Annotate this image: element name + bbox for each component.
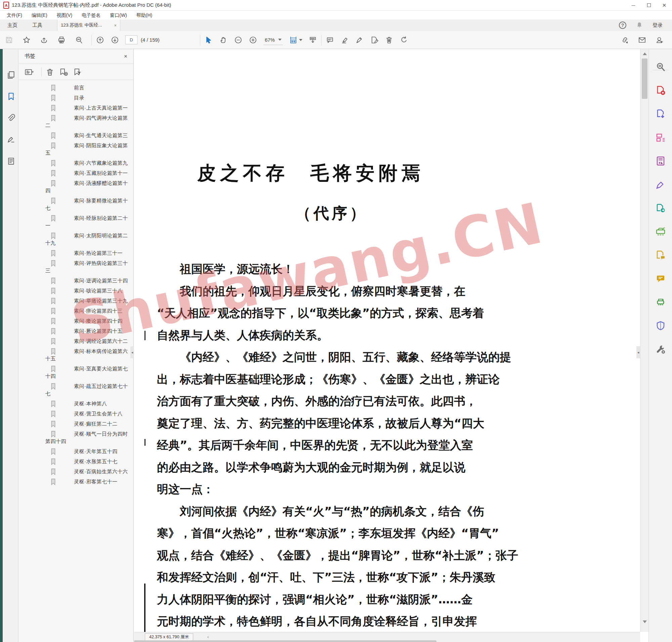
goto-bookmark-icon[interactable] bbox=[73, 67, 83, 77]
zoom-in-icon[interactable] bbox=[249, 36, 257, 44]
print-icon[interactable] bbox=[57, 36, 66, 44]
new-bookmark-icon[interactable] bbox=[59, 67, 68, 77]
more-tools-icon[interactable] bbox=[655, 344, 666, 356]
rotate-icon[interactable] bbox=[400, 36, 408, 44]
bookmark-item[interactable]: 灵枢·百病始生第六十六 bbox=[18, 466, 133, 477]
bookmark-item[interactable]: 灵枢·营卫生会第十八 bbox=[18, 409, 133, 419]
scroll-left-icon[interactable]: ‹ bbox=[207, 634, 209, 639]
scroll-down-icon[interactable] bbox=[643, 620, 647, 623]
hand-tool-icon[interactable] bbox=[219, 36, 228, 44]
bookmark-item[interactable]: 目录 bbox=[18, 93, 133, 103]
scan-ocr-icon[interactable] bbox=[655, 227, 666, 238]
bookmark-item[interactable]: 素问·痹论篇第四十三 bbox=[18, 306, 133, 316]
share-upload-icon[interactable] bbox=[40, 36, 48, 44]
collapse-bookmarks-handle[interactable]: ◂ bbox=[130, 346, 134, 358]
menu-item[interactable]: 视图(V) bbox=[52, 12, 77, 18]
bookmark-item[interactable]: 素问·热论篇第三十一 bbox=[18, 248, 133, 258]
fill-sign-icon[interactable] bbox=[370, 36, 379, 44]
comment-tool-icon[interactable] bbox=[655, 274, 666, 285]
bookmark-item[interactable]: 前言 bbox=[18, 83, 133, 93]
bookmark-item[interactable]: 素问·咳论篇第三十八 bbox=[18, 286, 133, 296]
organize-pages-icon[interactable] bbox=[655, 132, 666, 144]
bookmark-item[interactable]: 素问·评热病论篇第三十三 bbox=[18, 258, 133, 275]
bookmark-item[interactable]: 灵枢·水胀第五十七 bbox=[18, 457, 133, 466]
request-signatures-icon[interactable] bbox=[655, 250, 666, 261]
tab-document[interactable]: 123.苏德生 中医经... × bbox=[57, 20, 120, 31]
close-button[interactable]: ✕ bbox=[657, 0, 672, 11]
export-pdf-icon[interactable] bbox=[655, 109, 666, 120]
minimize-button[interactable]: ─ bbox=[625, 0, 641, 11]
bookmark-item[interactable]: 素问·调经论篇第六十二 bbox=[18, 336, 133, 346]
menu-item[interactable]: 窗口(W) bbox=[105, 12, 132, 18]
bookmark-item[interactable]: 素问·痿论篇第四十四 bbox=[18, 316, 133, 326]
menu-item[interactable]: 帮助(H) bbox=[132, 12, 157, 18]
tab-close-icon[interactable]: × bbox=[114, 23, 117, 28]
attachments-icon[interactable] bbox=[6, 113, 16, 123]
share-link-icon[interactable] bbox=[620, 36, 629, 44]
page-number-input[interactable] bbox=[125, 35, 138, 44]
bookmark-item[interactable]: 素问·至真要大论篇第七十四 bbox=[18, 364, 133, 381]
menu-item[interactable]: 编辑(E) bbox=[27, 12, 52, 18]
vertical-scrollbar[interactable] bbox=[640, 49, 648, 632]
bookmark-item[interactable]: 素问·疏五过论篇第七十七 bbox=[18, 381, 133, 399]
delete-bookmark-icon[interactable] bbox=[45, 67, 54, 77]
bookmark-item[interactable]: 素问·五藏别论篇第十一 bbox=[18, 168, 133, 178]
protect-icon[interactable] bbox=[655, 321, 666, 332]
add-person-icon[interactable] bbox=[655, 36, 664, 44]
bookmark-item[interactable]: 素问·六节藏象论篇第九 bbox=[18, 158, 133, 168]
bookmark-item[interactable]: 素问·上古天真论篇第一 bbox=[18, 103, 133, 113]
login-button[interactable]: 登录 bbox=[652, 22, 663, 28]
bookmark-item[interactable]: 灵枢·邪客第七十一 bbox=[18, 477, 133, 487]
print-production-icon[interactable] bbox=[655, 297, 666, 309]
page-down-icon[interactable] bbox=[111, 36, 119, 44]
bookmark-item[interactable]: 灵枢·天年第五十四 bbox=[18, 446, 133, 457]
menu-item[interactable]: 文件(F) bbox=[2, 12, 27, 18]
page-thumbnails-icon[interactable] bbox=[6, 70, 16, 80]
fit-width-icon[interactable] bbox=[289, 36, 298, 44]
notifications-bell-icon[interactable] bbox=[636, 22, 643, 29]
fill-and-sign-icon[interactable] bbox=[655, 179, 666, 191]
help-icon[interactable]: ? bbox=[619, 22, 626, 29]
delete-icon[interactable] bbox=[385, 36, 393, 44]
horizontal-scrollbar-thumb[interactable] bbox=[134, 640, 437, 642]
select-cursor-icon[interactable] bbox=[204, 36, 213, 44]
bookmark-item[interactable]: 素问·汤液醪醴论篇第十四 bbox=[18, 178, 133, 196]
bookmark-item[interactable]: 素问·举痛论篇第三十九 bbox=[18, 296, 133, 306]
save-icon[interactable] bbox=[5, 36, 13, 44]
bookmark-options-icon[interactable] bbox=[23, 67, 37, 77]
bookmark-item[interactable]: 灵枢·本神第八 bbox=[18, 399, 133, 409]
bookmark-item[interactable]: 素问·脉要精微论篇第十七 bbox=[18, 196, 133, 213]
scroll-up-icon[interactable] bbox=[643, 52, 647, 55]
page-up-icon[interactable] bbox=[96, 36, 104, 44]
document-page[interactable]: 皮之不存毛将安附焉 （代序） 祖国医学，源远流长！我们的祖先，仰观日月星辰变化，… bbox=[134, 49, 640, 632]
tab-tools[interactable]: 工具 bbox=[25, 20, 50, 31]
chevron-down-icon[interactable] bbox=[299, 39, 302, 41]
scrollbar-thumb[interactable] bbox=[642, 59, 647, 99]
sign-pen-icon[interactable] bbox=[355, 36, 364, 44]
share-file-icon[interactable] bbox=[655, 203, 666, 215]
bookmark-item[interactable]: 素问·标本病传论篇第六十五 bbox=[18, 346, 133, 364]
zoom-out-icon[interactable] bbox=[234, 36, 243, 44]
bookmark-item[interactable]: 素问·厥论篇第四十五 bbox=[18, 326, 133, 336]
search-tool-icon[interactable] bbox=[655, 62, 666, 73]
bookmark-item[interactable]: 素问·逆调论篇第三十四 bbox=[18, 275, 133, 286]
collapse-tools-handle[interactable]: ◂ bbox=[636, 346, 640, 358]
bookmark-item[interactable]: 灵枢·顺气一日分为四时第四十四 bbox=[18, 429, 133, 446]
bookmark-item[interactable]: 素问·经脉别论篇第二十一 bbox=[18, 213, 133, 231]
star-favorites-icon[interactable] bbox=[22, 36, 31, 44]
highlight-icon[interactable] bbox=[340, 36, 349, 44]
edit-pdf-icon[interactable] bbox=[655, 156, 666, 167]
bookmark-item[interactable]: 素问·四气调神大论篇第二 bbox=[18, 113, 133, 130]
create-pdf-icon[interactable] bbox=[655, 85, 666, 97]
comment-icon[interactable] bbox=[326, 36, 334, 44]
bookmark-item[interactable]: 素问·生气通天论篇第三 bbox=[18, 130, 133, 141]
bookmark-item[interactable]: 素问·阴阳应象大论篇第五 bbox=[18, 141, 133, 158]
find-icon[interactable] bbox=[75, 36, 83, 44]
display-mode-icon[interactable] bbox=[308, 36, 317, 44]
layers-icon[interactable] bbox=[6, 156, 16, 166]
menu-item[interactable]: 电子签名 bbox=[77, 12, 105, 18]
bookmark-item[interactable]: 素问·太阴阳明论篇第二十九 bbox=[18, 231, 133, 248]
bookmark-item[interactable]: 灵枢·癫狂第二十二 bbox=[18, 419, 133, 429]
zoom-level-control[interactable]: 67% bbox=[263, 35, 283, 45]
signatures-icon[interactable] bbox=[6, 134, 16, 144]
